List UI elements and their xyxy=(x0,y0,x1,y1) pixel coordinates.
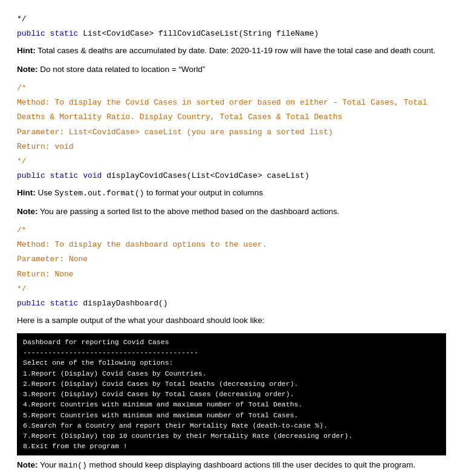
comment3-line2: Method: To display the dashboard options… xyxy=(17,239,446,251)
hint1-label: Hint: xyxy=(17,46,36,55)
comment2-line4: Parameter: List<CovidCase> caseList (you… xyxy=(17,126,446,139)
comment2-line2: Method: To display the Covid Cases in so… xyxy=(17,97,446,109)
note2-label: Note: xyxy=(17,207,38,216)
comment2-line6: */ xyxy=(17,155,446,168)
note1-paragraph: Note: Do not store data related to locat… xyxy=(17,64,446,76)
comment3-line3: Parameter: None xyxy=(17,253,446,266)
method2-signature: public static void displayCovidCases(Lis… xyxy=(17,170,446,182)
method1-signature: public static List<CovidCase> fillCovidC… xyxy=(17,28,446,40)
hint2-text-pre: Use xyxy=(38,188,55,197)
code-line: */ xyxy=(17,13,446,25)
note3-paragraph: Note: Your main() method should keep dis… xyxy=(17,459,446,472)
comment2-line5: Return: void xyxy=(17,141,446,153)
hint2-text-post: to format your output in columns xyxy=(144,188,264,197)
comment-block-3: /* Method: To display the dashboard opti… xyxy=(17,224,446,310)
hint2-paragraph: Hint: Use System.out.format() to format … xyxy=(17,187,446,200)
comment-block-2: /* Method: To display the Covid Cases in… xyxy=(17,82,446,182)
comment2-line3: Deaths & Mortality Ratio. Display Countr… xyxy=(17,111,446,123)
terminal-output: Dashboard for reporting Covid Cases ----… xyxy=(17,333,446,455)
note3-text-pre: Your xyxy=(38,460,59,469)
note1-text: Do not store data related to location = … xyxy=(38,65,206,74)
hint1-paragraph: Hint: Total cases & deaths are accumulat… xyxy=(17,45,446,57)
note3-label: Note: xyxy=(17,460,38,469)
note2-text: You are passing a sorted list to the abo… xyxy=(38,207,340,216)
sample-intro: Here is a sample output of the what your… xyxy=(17,315,446,327)
comment-end-1: */ public static List<CovidCase> fillCov… xyxy=(17,13,446,40)
method3-signature: public static displayDashboard() xyxy=(17,298,446,310)
note3-code: main() xyxy=(59,461,87,470)
hint1-text: Total cases & deaths are accumulated by … xyxy=(36,46,436,55)
note3-text-post: method should keep displaying dashboard … xyxy=(87,460,415,469)
comment3-line1: /* xyxy=(17,224,446,236)
comment3-line5: */ xyxy=(17,283,446,295)
comment2-line1: /* xyxy=(17,82,446,94)
note2-paragraph: Note: You are passing a sorted list to t… xyxy=(17,206,446,218)
note1-label: Note: xyxy=(17,65,38,74)
hint2-code: System.out.format() xyxy=(54,189,144,198)
comment3-line4: Return: None xyxy=(17,269,446,281)
hint2-label: Hint: xyxy=(17,188,36,197)
page-content: */ public static List<CovidCase> fillCov… xyxy=(17,13,446,476)
